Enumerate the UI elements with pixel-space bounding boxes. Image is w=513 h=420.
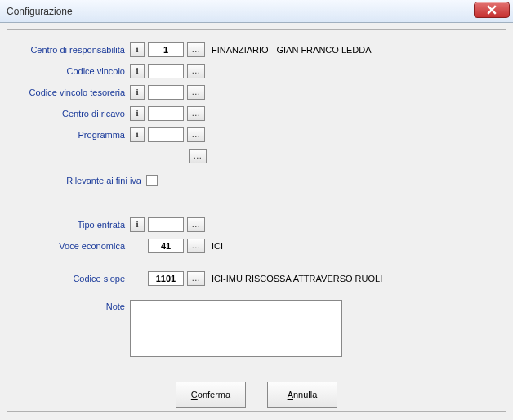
note-textarea[interactable] (130, 300, 342, 357)
centro-ricavo-input[interactable] (148, 106, 184, 121)
label-voce-economica: Voce economica (16, 241, 130, 251)
voce-economica-desc: ICI (210, 241, 223, 251)
lookup-button[interactable]: ... (187, 127, 205, 142)
info-button[interactable]: i (130, 85, 145, 100)
close-button[interactable] (474, 2, 510, 18)
info-button[interactable]: i (130, 106, 145, 121)
lookup-button[interactable]: ... (187, 42, 205, 57)
rilevante-iva-checkbox[interactable] (146, 175, 158, 186)
row-centro-ricavo: Centro di ricavo i ... (16, 104, 497, 123)
row-codice-vincolo-tesoreria: Codice vincolo tesoreria i ... (16, 83, 497, 102)
lookup-button[interactable]: ... (187, 239, 205, 253)
label-codice-vincolo: Codice vincolo (16, 66, 130, 76)
client-area: Centro di responsabilità i ... FINANZIAR… (0, 23, 513, 420)
info-button[interactable]: i (130, 217, 145, 232)
codice-siope-desc: ICI-IMU RISCOSSA ATTRAVERSO RUOLI (210, 274, 382, 284)
label-tipo-entrata: Tipo entrata (16, 220, 130, 230)
label-programma: Programma (16, 130, 130, 140)
form-groupbox: Centro di responsabilità i ... FINANZIAR… (7, 29, 506, 412)
window-title: Configurazione (7, 6, 73, 17)
titlebar: Configurazione (0, 0, 513, 23)
row-centro-resp: Centro di responsabilità i ... FINANZIAR… (16, 40, 497, 60)
info-button[interactable]: i (130, 64, 145, 78)
lookup-button[interactable]: ... (187, 85, 205, 100)
programma-input[interactable] (148, 127, 184, 142)
voce-economica-input[interactable] (148, 239, 184, 253)
label-note: Note (16, 300, 130, 311)
row-extra-lookup: ... (16, 146, 497, 166)
label-codice-siope: Codice siope (16, 274, 130, 284)
row-programma: Programma i ... (16, 125, 497, 145)
row-tipo-entrata: Tipo entrata i ... (16, 215, 497, 235)
row-rilevante-iva: Rilevante ai fini iva (16, 171, 497, 190)
label-centro-resp: Centro di responsabilità (16, 45, 130, 55)
lookup-button[interactable]: ... (187, 64, 205, 78)
label-codice-vincolo-tesoreria: Codice vincolo tesoreria (16, 87, 130, 97)
label-rilevante-iva: Rilevante ai fini iva (16, 176, 146, 185)
codice-vincolo-input[interactable] (148, 64, 184, 78)
row-note: Note (16, 300, 497, 357)
tipo-entrata-input[interactable] (148, 217, 184, 232)
row-voce-economica: Voce economica ... ICI (16, 236, 497, 256)
row-codice-siope: Codice siope ... ICI-IMU RISCOSSA ATTRAV… (16, 269, 497, 288)
dialog-button-row: Conferma Annulla (16, 382, 497, 408)
cancel-button[interactable]: Annulla (267, 382, 337, 408)
lookup-button[interactable]: ... (187, 106, 205, 121)
centro-resp-desc: FINANZIARIO - GIAN FRANCO LEDDA (210, 45, 372, 55)
info-button[interactable]: i (130, 127, 145, 142)
close-icon (487, 5, 497, 15)
lookup-button[interactable]: ... (189, 149, 207, 163)
lookup-button[interactable]: ... (187, 271, 205, 286)
centro-resp-input[interactable] (148, 42, 184, 57)
lookup-button[interactable]: ... (187, 217, 205, 232)
codice-siope-input[interactable] (148, 271, 184, 286)
info-button[interactable]: i (130, 42, 145, 57)
confirm-button[interactable]: Conferma (176, 382, 246, 408)
row-codice-vincolo: Codice vincolo i ... (16, 61, 497, 81)
label-centro-ricavo: Centro di ricavo (16, 109, 130, 118)
codice-vincolo-tesoreria-input[interactable] (148, 85, 184, 100)
